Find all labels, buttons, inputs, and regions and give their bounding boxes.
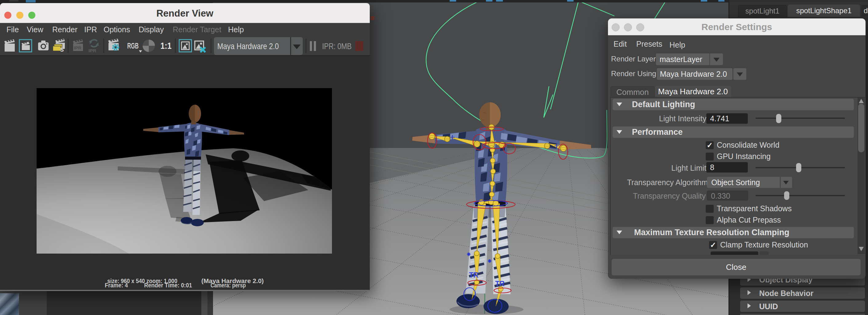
svg-text:TR: TR bbox=[495, 280, 505, 288]
svg-text:IPR: IPR bbox=[74, 45, 82, 50]
svg-text:RGB: RGB bbox=[127, 41, 138, 50]
svg-text:S: S bbox=[60, 47, 64, 53]
svg-text:IPR: 0MB: IPR: 0MB bbox=[322, 41, 352, 51]
svg-text:1:1: 1:1 bbox=[160, 41, 172, 51]
svg-text:TR: TR bbox=[469, 271, 478, 279]
svg-text:IPR: IPR bbox=[89, 48, 96, 53]
svg-text:Maya Hardware 2.0: Maya Hardware 2.0 bbox=[217, 41, 279, 51]
